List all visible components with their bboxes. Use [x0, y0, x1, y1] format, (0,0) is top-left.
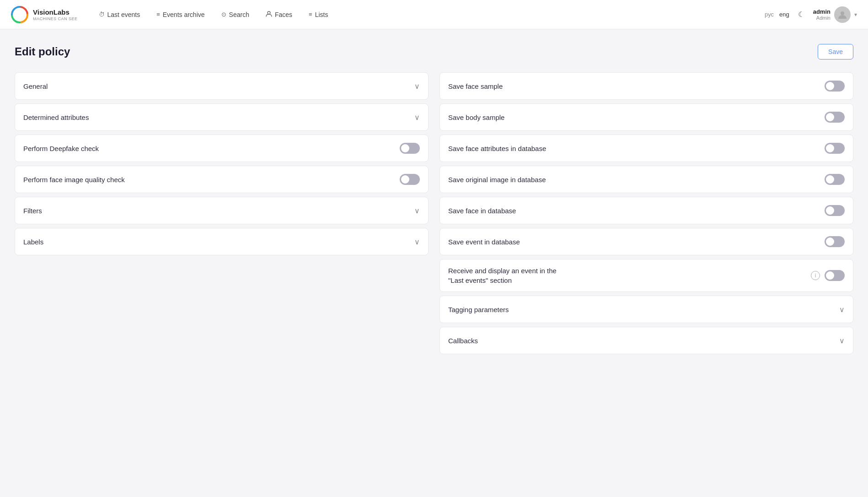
receive-info-icon[interactable]: i	[811, 271, 820, 280]
tagging-parameters-accordion[interactable]: Tagging parameters ∨	[439, 296, 853, 323]
save-original-image-label: Save original image in database	[448, 176, 546, 184]
save-event-in-db-row: Save event in database	[439, 228, 853, 255]
user-chevron-icon: ▾	[854, 11, 857, 18]
avatar	[834, 6, 851, 23]
nav-label-lists: Lists	[315, 11, 328, 18]
logo-text: VisionLabs MACHINES CAN SEE	[33, 8, 78, 21]
logo-subtitle: MACHINES CAN SEE	[33, 16, 78, 21]
user-role: Admin	[813, 15, 830, 21]
save-face-attributes-label: Save face attributes in database	[448, 145, 546, 152]
save-body-sample-label: Save body sample	[448, 113, 504, 121]
nav: ⏱ Last events ≡ Events archive ⊙ Search …	[92, 7, 765, 22]
lang-eng[interactable]: eng	[779, 11, 789, 18]
logo-icon	[11, 6, 28, 23]
general-chevron-icon: ∨	[414, 82, 420, 91]
lang-rus[interactable]: рус	[765, 11, 774, 18]
header: VisionLabs MACHINES CAN SEE ⏱ Last event…	[0, 0, 868, 29]
clock-icon: ⏱	[99, 11, 105, 18]
nav-label-events-archive: Events archive	[163, 11, 205, 18]
page-title: Edit policy	[15, 45, 70, 58]
perform-deepfake-toggle[interactable]	[400, 143, 420, 154]
labels-chevron-icon: ∨	[414, 238, 420, 246]
filters-chevron-icon: ∨	[414, 206, 420, 215]
perform-face-quality-row: Perform face image quality check	[15, 166, 429, 193]
filters-label: Filters	[23, 207, 42, 215]
nav-item-lists[interactable]: ≡ Lists	[302, 7, 334, 22]
save-face-sample-toggle[interactable]	[825, 81, 845, 92]
logo-title: VisionLabs	[33, 8, 78, 16]
svg-point-2	[841, 11, 844, 15]
determined-attributes-accordion[interactable]: Determined attributes ∨	[15, 103, 429, 131]
receive-display-event-label: Receive and display an event in the"Last…	[448, 266, 557, 285]
main-content: Edit policy Save General ∨ Determined at…	[0, 29, 868, 369]
perform-face-quality-label: Perform face image quality check	[23, 176, 125, 184]
tagging-parameters-label: Tagging parameters	[448, 306, 509, 313]
list-icon-archive: ≡	[156, 11, 160, 18]
save-face-sample-label: Save face sample	[448, 82, 503, 90]
callbacks-accordion[interactable]: Callbacks ∨	[439, 327, 853, 354]
callbacks-label: Callbacks	[448, 337, 478, 345]
filters-accordion[interactable]: Filters ∨	[15, 197, 429, 224]
user-menu[interactable]: admin Admin ▾	[813, 6, 857, 23]
nav-item-faces[interactable]: Faces	[259, 7, 299, 22]
save-face-attributes-row: Save face attributes in database	[439, 135, 853, 162]
callbacks-chevron-icon: ∨	[839, 336, 845, 345]
page-header: Edit policy Save	[15, 44, 853, 59]
determined-attributes-label: Determined attributes	[23, 113, 89, 121]
user-name: admin	[813, 8, 830, 15]
theme-toggle-button[interactable]: ☾	[795, 8, 808, 21]
nav-item-events-archive[interactable]: ≡ Events archive	[150, 7, 211, 22]
left-column: General ∨ Determined attributes ∨ Perfor…	[15, 72, 429, 255]
save-face-attributes-toggle[interactable]	[825, 143, 845, 154]
nav-label-last-events: Last events	[107, 11, 140, 18]
tagging-parameters-chevron-icon: ∨	[839, 305, 845, 314]
general-accordion[interactable]: General ∨	[15, 72, 429, 100]
right-column: Save face sample Save body sample Save f…	[439, 72, 853, 354]
nav-label-faces: Faces	[275, 11, 292, 18]
perform-deepfake-label: Perform Deepfake check	[23, 145, 99, 152]
nav-item-last-events[interactable]: ⏱ Last events	[92, 7, 147, 22]
list-icon-lists: ≡	[309, 11, 312, 18]
labels-accordion[interactable]: Labels ∨	[15, 228, 429, 255]
save-event-in-db-toggle[interactable]	[825, 236, 845, 247]
save-body-sample-row: Save body sample	[439, 103, 853, 131]
form-columns: General ∨ Determined attributes ∨ Perfor…	[15, 72, 853, 354]
faces-icon	[266, 11, 272, 18]
perform-deepfake-row: Perform Deepfake check	[15, 135, 429, 162]
receive-display-event-row: Receive and display an event in the"Last…	[439, 259, 853, 292]
nav-item-search[interactable]: ⊙ Search	[215, 7, 256, 22]
labels-label: Labels	[23, 238, 43, 246]
save-face-in-db-label: Save face in database	[448, 207, 516, 215]
receive-display-event-toggle[interactable]	[825, 270, 845, 281]
moon-icon: ☾	[798, 10, 804, 19]
save-original-image-row: Save original image in database	[439, 166, 853, 193]
save-face-in-db-toggle[interactable]	[825, 205, 845, 216]
save-event-in-db-label: Save event in database	[448, 238, 520, 246]
search-icon: ⊙	[221, 11, 226, 18]
nav-right: рус eng ☾ admin Admin ▾	[765, 6, 857, 23]
nav-label-search: Search	[229, 11, 249, 18]
save-face-in-db-row: Save face in database	[439, 197, 853, 224]
svg-point-1	[268, 11, 270, 14]
perform-face-quality-toggle[interactable]	[400, 174, 420, 185]
general-label: General	[23, 82, 48, 90]
save-button[interactable]: Save	[818, 44, 853, 59]
logo[interactable]: VisionLabs MACHINES CAN SEE	[11, 6, 78, 23]
save-original-image-toggle[interactable]	[825, 174, 845, 185]
save-body-sample-toggle[interactable]	[825, 112, 845, 123]
determined-attributes-chevron-icon: ∨	[414, 113, 420, 122]
save-face-sample-row: Save face sample	[439, 72, 853, 100]
